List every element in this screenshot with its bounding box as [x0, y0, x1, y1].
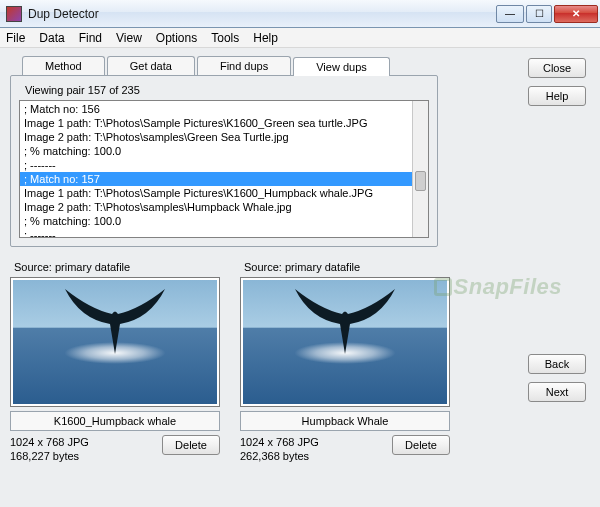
filename-left: K1600_Humpback whale — [10, 411, 220, 431]
meta-row-right: 1024 x 768 JPG 262,368 bytes Delete — [240, 435, 450, 463]
menu-options[interactable]: Options — [156, 31, 197, 45]
source-label-left: Source: primary datafile — [14, 261, 220, 273]
whale-tail-icon — [290, 284, 400, 354]
list-item[interactable]: Image 2 path: T:\Photos\samples\Humpback… — [20, 200, 428, 214]
tab-get-data[interactable]: Get data — [107, 56, 195, 75]
filename-right: Humpback Whale — [240, 411, 450, 431]
app-icon — [6, 6, 22, 22]
window-title: Dup Detector — [28, 7, 496, 21]
filesize-left: 168,227 bytes — [10, 449, 89, 463]
thumbnail-image-left — [13, 280, 217, 404]
list-scrollbar[interactable] — [412, 101, 428, 237]
view-dups-panel: Viewing pair 157 of 235 ; Match no: 156 … — [10, 75, 438, 247]
list-item[interactable]: Image 1 path: T:\Photos\Sample Pictures\… — [20, 116, 428, 130]
list-item[interactable]: ; Match no: 156 — [20, 102, 428, 116]
menu-file[interactable]: File — [6, 31, 25, 45]
preview-left: Source: primary datafile K1600_Humpback … — [10, 261, 220, 463]
meta-text-right: 1024 x 768 JPG 262,368 bytes — [240, 435, 319, 463]
preview-right: Source: primary datafile Humpback Whale … — [240, 261, 450, 463]
dialog-buttons: Close Help — [528, 58, 586, 106]
menu-find[interactable]: Find — [79, 31, 102, 45]
menu-help[interactable]: Help — [253, 31, 278, 45]
titlebar: Dup Detector — ☐ ✕ — [0, 0, 600, 28]
close-button[interactable]: Close — [528, 58, 586, 78]
thumbnail-image-right — [243, 280, 447, 404]
back-button[interactable]: Back — [528, 354, 586, 374]
next-button[interactable]: Next — [528, 382, 586, 402]
list-item[interactable]: Image 2 path: T:\Photos\samples\Green Se… — [20, 130, 428, 144]
dimensions-right: 1024 x 768 JPG — [240, 435, 319, 449]
list-item[interactable]: Image 1 path: T:\Photos\Sample Pictures\… — [20, 186, 428, 200]
menu-view[interactable]: View — [116, 31, 142, 45]
delete-button-left[interactable]: Delete — [162, 435, 220, 455]
tab-view-dups[interactable]: View dups — [293, 57, 390, 76]
list-item[interactable]: ; % matching: 100.0 — [20, 144, 428, 158]
preview-row: Source: primary datafile K1600_Humpback … — [10, 261, 590, 463]
dimensions-left: 1024 x 768 JPG — [10, 435, 89, 449]
list-item[interactable]: ; ------- — [20, 228, 428, 238]
scrollbar-thumb[interactable] — [415, 171, 426, 191]
maximize-button[interactable]: ☐ — [526, 5, 552, 23]
meta-row-left: 1024 x 768 JPG 168,227 bytes Delete — [10, 435, 220, 463]
window-controls: — ☐ ✕ — [496, 5, 598, 23]
source-label-right: Source: primary datafile — [244, 261, 450, 273]
thumbnail-right — [240, 277, 450, 407]
client-area: Method Get data Find dups View dups View… — [0, 48, 600, 507]
help-button[interactable]: Help — [528, 86, 586, 106]
minimize-button[interactable]: — — [496, 5, 524, 23]
viewing-pair-status: Viewing pair 157 of 235 — [25, 84, 429, 96]
tab-method[interactable]: Method — [22, 56, 105, 75]
close-window-button[interactable]: ✕ — [554, 5, 598, 23]
thumbnail-left — [10, 277, 220, 407]
list-item[interactable]: ; % matching: 100.0 — [20, 214, 428, 228]
filesize-right: 262,368 bytes — [240, 449, 319, 463]
tab-strip: Method Get data Find dups View dups — [22, 56, 590, 75]
meta-text-left: 1024 x 768 JPG 168,227 bytes — [10, 435, 89, 463]
nav-buttons: Back Next — [528, 354, 586, 402]
delete-button-right[interactable]: Delete — [392, 435, 450, 455]
list-item-selected[interactable]: ; Match no: 157 — [20, 172, 428, 186]
menubar: File Data Find View Options Tools Help — [0, 28, 600, 48]
whale-tail-icon — [60, 284, 170, 354]
menu-data[interactable]: Data — [39, 31, 64, 45]
match-list[interactable]: ; Match no: 156 Image 1 path: T:\Photos\… — [19, 100, 429, 238]
menu-tools[interactable]: Tools — [211, 31, 239, 45]
tab-find-dups[interactable]: Find dups — [197, 56, 291, 75]
list-item[interactable]: ; ------- — [20, 158, 428, 172]
